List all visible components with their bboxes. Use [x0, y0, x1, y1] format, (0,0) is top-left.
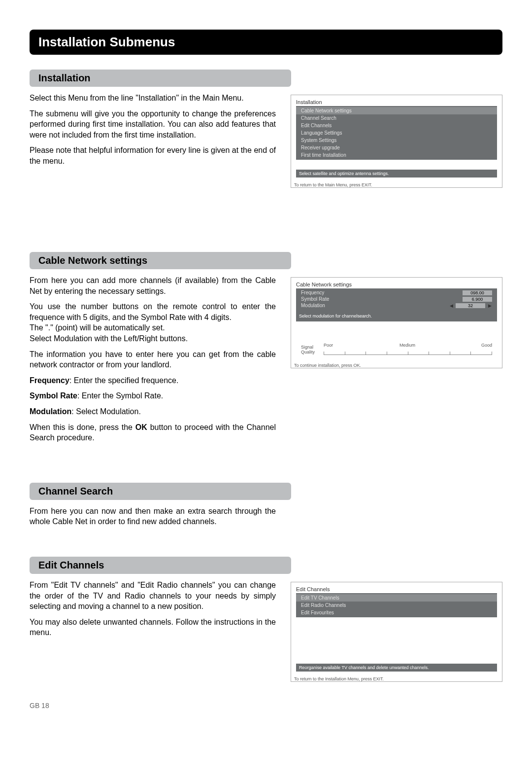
field-label: Modulation: [301, 303, 447, 308]
menu-item: First time Installation: [296, 151, 497, 159]
screenshot-cable: Cable Network settings Frequency 098.00 …: [291, 277, 502, 368]
hint-text: Select modulation for channelsearch.: [299, 314, 494, 319]
menu-item: Cable Network settings: [296, 107, 497, 114]
text: Modulation: Select Modulation.: [30, 406, 276, 417]
menu-item: Channel Search: [296, 114, 497, 122]
text: From here you can add more channels (if …: [30, 275, 276, 296]
ss-footer: To continue installation, press OK.: [291, 361, 502, 368]
ss-footer: To return to the Main Menu, press EXIT.: [291, 180, 502, 187]
heading-cable: Cable Network settings: [30, 252, 291, 269]
screenshot-installation: Installation Cable Network settings Chan…: [291, 95, 502, 188]
heading-installation: Installation: [30, 70, 291, 87]
ss-title: Cable Network settings: [296, 282, 497, 287]
menu-item: Edit Channels: [296, 122, 497, 129]
field-label: Frequency: [301, 290, 324, 295]
arrow-left-icon: ◀: [449, 303, 454, 308]
page-title: Installation Submenus: [30, 30, 502, 55]
text: From "Edit TV channels" and "Edit Radio …: [30, 580, 276, 612]
menu-item: Language Settings: [296, 129, 497, 137]
screenshot-edit-channels: Edit Channels Edit TV Channels Edit Radi…: [291, 582, 502, 682]
text: Select this Menu from the line "Installa…: [30, 93, 276, 104]
ss-title: Edit Channels: [296, 586, 497, 592]
text: From here you can now and then make an e…: [30, 506, 276, 527]
text: Frequency: Enter the specified frequence…: [30, 375, 276, 386]
text: You may also delete unwanted channels. F…: [30, 617, 276, 638]
heading-edit-channels: Edit Channels: [30, 557, 291, 574]
field-value: 32: [456, 303, 485, 308]
ss-footer: To return to the Installation Menu, pres…: [291, 674, 502, 681]
menu-item: System Settings: [296, 137, 497, 144]
page-number: GB 18: [30, 702, 502, 709]
text: When this is done, press the OK button t…: [30, 422, 276, 443]
text: You use the number buttons on the remote…: [30, 301, 276, 344]
field-label: Symbol Rate: [301, 296, 329, 302]
text: The information you have to enter here y…: [30, 349, 276, 370]
hint-bar: Reorganise available TV channels and del…: [296, 664, 497, 672]
text: Symbol Rate: Enter the Symbol Rate.: [30, 390, 276, 401]
menu-item: Edit TV Channels: [296, 594, 497, 602]
field-value: 098.00: [463, 290, 492, 295]
text: Please note that helpful information for…: [30, 145, 276, 166]
signal-scale: Poor Medium Good: [324, 349, 492, 355]
heading-channel-search: Channel Search: [30, 483, 291, 500]
text: The submenu will give you the opportunit…: [30, 108, 276, 141]
menu-item: Receiver upgrade: [296, 144, 497, 151]
signal-label: Signal Quality: [301, 345, 321, 355]
ss-title: Installation: [296, 99, 497, 105]
menu-item: Edit Favourites: [296, 609, 497, 616]
field-value: 6.900: [463, 297, 492, 302]
menu-item: Edit Radio Channels: [296, 602, 497, 609]
hint-bar: Select satellite and optimize antenna se…: [296, 170, 497, 177]
arrow-right-icon: ▶: [487, 303, 492, 308]
